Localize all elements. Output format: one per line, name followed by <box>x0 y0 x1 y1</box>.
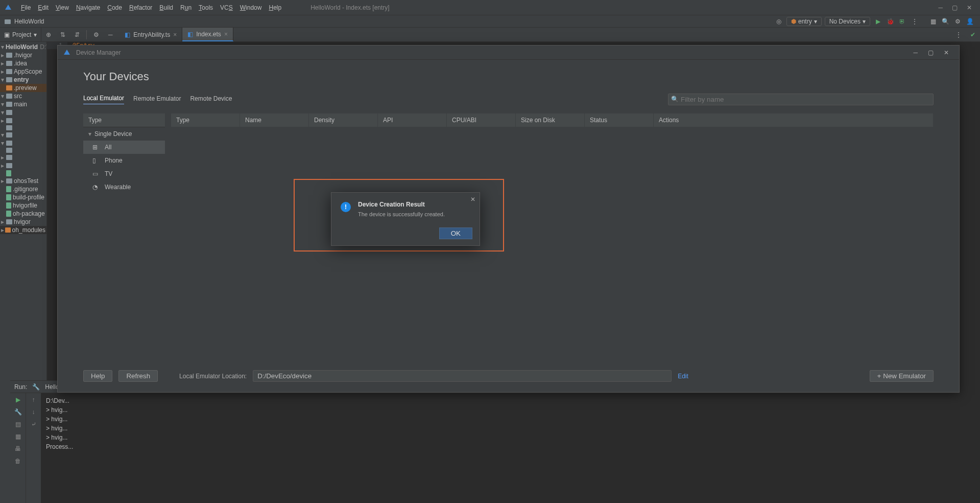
minimize-icon[interactable]: ─ <box>938 4 943 11</box>
tree-row[interactable] <box>0 147 46 153</box>
close-icon[interactable]: × <box>173 31 177 38</box>
ok-button[interactable]: OK <box>439 227 472 239</box>
tree-row[interactable] <box>0 125 46 131</box>
project-tool-button[interactable]: ▣ Project ▾ <box>0 28 41 41</box>
tree-row[interactable]: .gitignore <box>0 185 46 193</box>
menu-code[interactable]: Code <box>104 4 126 11</box>
search-icon[interactable]: 🔍 <box>941 17 950 26</box>
tree-row[interactable]: ▸hvigor <box>0 218 46 226</box>
stop-icon[interactable]: 🔧 <box>14 408 22 416</box>
dialog-message: The device is successfully created. <box>358 211 445 217</box>
dm-category[interactable]: ▾ Single Device <box>83 127 165 141</box>
debug-icon[interactable]: 🐞 <box>886 17 895 26</box>
device-manager-icon[interactable]: ▦ <box>928 17 938 26</box>
tree-row[interactable]: oh-package <box>0 210 46 218</box>
device-selector[interactable]: No Devices ▾ <box>825 17 870 26</box>
wrap-icon[interactable]: ⤶ <box>31 421 36 428</box>
menu-help[interactable]: Help <box>265 4 285 11</box>
tree-row[interactable]: ▸ <box>0 162 46 170</box>
ets-file-icon: ◧ <box>187 31 193 38</box>
tree-row[interactable]: ▾ <box>0 108 46 117</box>
close-icon[interactable]: ✕ <box>944 49 949 56</box>
tree-row[interactable]: build-profile <box>0 193 46 201</box>
maximize-icon[interactable]: ▢ <box>952 4 958 11</box>
refresh-button[interactable]: Refresh <box>118 370 158 382</box>
tree-row[interactable]: ▾ <box>0 139 46 147</box>
coverage-icon[interactable]: ⛨ <box>898 17 907 26</box>
chevron-down-icon: ▾ <box>88 130 91 138</box>
up-icon[interactable]: ↑ <box>32 396 35 403</box>
print-icon[interactable]: 🖶 <box>15 445 21 452</box>
tree-root[interactable]: ▾ HelloWorld D:\DevEco\workspace <box>0 43 46 51</box>
profile-icon[interactable]: ⋮ <box>910 17 919 26</box>
tree-row[interactable]: ▾entry <box>0 76 46 84</box>
info-icon: ! <box>341 202 351 212</box>
tab-index[interactable]: ◧ Index.ets × <box>182 28 233 41</box>
collapse-all-icon[interactable]: ⇵ <box>72 30 82 40</box>
tab-entryability[interactable]: ◧ EntryAbility.ts × <box>119 28 182 41</box>
menu-view[interactable]: View <box>52 4 73 11</box>
trash-icon[interactable]: 🗑 <box>15 458 21 465</box>
console-output[interactable]: D:\Dev...> hvig...> hvig...> hvig...> hv… <box>41 393 960 503</box>
close-icon[interactable]: ✕ <box>967 4 972 11</box>
menu-edit[interactable]: Edit <box>34 4 52 11</box>
filter-input[interactable] <box>668 94 934 105</box>
breadcrumb-bar: HelloWorld ◎ ⬢ entry ▾ No Devices ▾ ▶ 🐞 … <box>0 15 980 28</box>
dm-table: Type Name Density API CPU/ABI Size on Di… <box>171 113 934 363</box>
close-icon[interactable]: × <box>224 31 228 38</box>
menu-navigate[interactable]: Navigate <box>73 4 104 11</box>
dm-subcat-all[interactable]: ⊞All <box>83 141 165 154</box>
tree-row[interactable]: ▸.idea <box>0 59 46 67</box>
menu-window[interactable]: Window <box>236 4 266 11</box>
breadcrumb-project[interactable]: HelloWorld <box>14 18 44 25</box>
dm-subcat-wearable[interactable]: ◔Wearable <box>83 180 165 194</box>
tree-row[interactable]: ▾main <box>0 100 46 108</box>
maximize-icon[interactable]: ▢ <box>928 49 934 56</box>
layout2-icon[interactable]: ▦ <box>15 433 21 440</box>
location-input[interactable] <box>253 370 672 382</box>
tree-row[interactable] <box>0 170 46 177</box>
tree-row[interactable]: ▸AppScope <box>0 67 46 76</box>
close-icon[interactable]: ✕ <box>470 196 475 203</box>
help-button[interactable]: Help <box>83 370 112 382</box>
edit-link[interactable]: Edit <box>678 373 688 380</box>
new-emulator-button[interactable]: + New Emulator <box>870 370 934 382</box>
menu-refactor[interactable]: Refactor <box>126 4 156 11</box>
menu-vcs[interactable]: VCS <box>217 4 236 11</box>
hide-icon[interactable]: ─ <box>105 30 115 40</box>
settings-icon[interactable]: ⚙ <box>91 30 101 40</box>
dm-tab-remote-dev[interactable]: Remote Device <box>190 95 232 104</box>
layout-icon[interactable]: ▤ <box>15 421 21 428</box>
dm-subcat-tv[interactable]: ▭TV <box>83 167 165 180</box>
tree-row[interactable]: ▾src <box>0 92 46 100</box>
wrench-icon[interactable]: 🔧 <box>32 383 40 391</box>
tree-row[interactable]: hvigorfile <box>0 201 46 210</box>
target-icon[interactable]: ◎ <box>774 17 783 26</box>
more-icon[interactable]: ⋮ <box>953 30 964 40</box>
tree-row[interactable]: ▸ <box>0 153 46 162</box>
run-icon[interactable]: ▶ <box>873 17 882 26</box>
expand-all-icon[interactable]: ⇅ <box>58 30 68 40</box>
menu-file[interactable]: File <box>17 4 34 11</box>
rerun-icon[interactable]: ▶ <box>16 396 20 403</box>
dm-tab-remote-emu[interactable]: Remote Emulator <box>133 95 181 104</box>
minimize-icon[interactable]: ─ <box>913 49 918 56</box>
col-cpu: CPU/ABI <box>447 113 516 127</box>
menu-tools[interactable]: Tools <box>195 4 217 11</box>
tree-row[interactable]: .preview <box>0 84 46 92</box>
run-config-selector[interactable]: ⬢ entry ▾ <box>786 17 822 26</box>
down-icon[interactable]: ↓ <box>32 408 35 416</box>
gear-icon[interactable]: ⚙ <box>953 17 962 26</box>
tree-row[interactable]: ▸.hvigor <box>0 51 46 59</box>
menu-run[interactable]: Run <box>177 4 195 11</box>
tree-row[interactable]: ▾ <box>0 131 46 139</box>
svg-rect-0 <box>5 19 11 24</box>
menu-build[interactable]: Build <box>156 4 177 11</box>
tree-row[interactable]: ▸oh_modules <box>0 226 46 234</box>
dm-tab-local[interactable]: Local Emulator <box>83 95 124 104</box>
dm-subcat-phone[interactable]: ▯Phone <box>83 154 165 167</box>
select-opened-file-icon[interactable]: ⊕ <box>43 30 54 40</box>
tree-row[interactable]: ▸ohosTest <box>0 177 46 185</box>
avatar-icon[interactable]: 👤 <box>965 17 974 26</box>
tree-row[interactable]: ▸ <box>0 117 46 125</box>
